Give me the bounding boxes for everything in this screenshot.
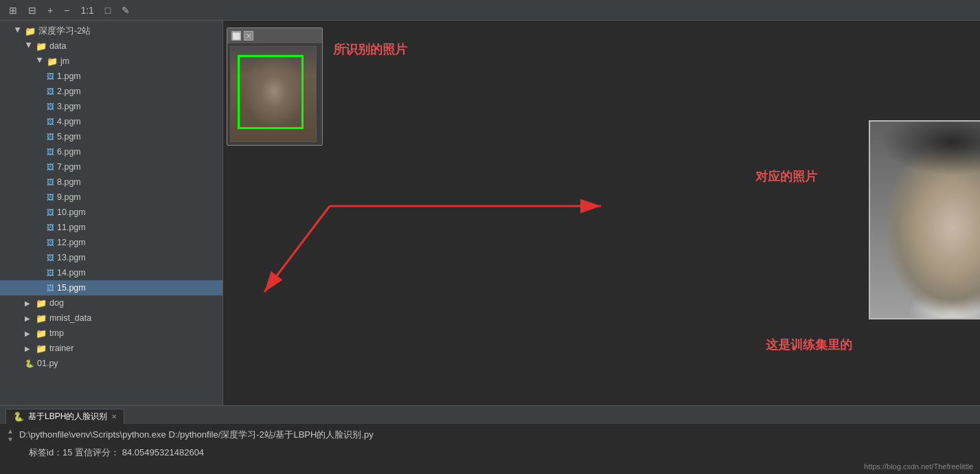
folder-icon: 📁 <box>36 343 47 354</box>
main-content: ▶ 📁 深度学习-2站 ▶ 📁 data ▶ 📁 jm 🖼 1.pgm 🖼 2.… <box>0 21 980 405</box>
python-icon: 🐍 <box>13 411 24 422</box>
toolbar-btn-pen[interactable]: ✎ <box>118 3 133 17</box>
cmd-line-1: ▲ ▼ D:\pythonfile\venv\Scripts\python.ex… <box>7 428 973 443</box>
sidebar-item-label: 1.pgm <box>57 71 81 81</box>
tab-face-recognition[interactable]: 🐍 基于LBPH的人脸识别 ✕ <box>5 409 124 424</box>
file-icon: 🖼 <box>47 87 54 95</box>
bottom-panel: 🐍 基于LBPH的人脸识别 ✕ ▲ ▼ D:\pythonfile\venv\S… <box>0 405 980 474</box>
sidebar-item-label: 14.pgm <box>57 268 86 278</box>
sidebar-item-7pgm[interactable]: 🖼 7.pgm <box>0 159 223 174</box>
cmd-line-2: 标签id：15 置信评分： 84.05495321482604 <box>7 446 973 460</box>
sidebar-item-data[interactable]: ▶ 📁 data <box>0 38 223 54</box>
folder-icon: 📁 <box>25 26 36 36</box>
sidebar-item-11pgm[interactable]: 🖼 11.pgm <box>0 220 223 235</box>
folder-icon: 📁 <box>36 41 47 52</box>
arrow-icon: ▶ <box>25 345 33 352</box>
sidebar-item-label: tmp <box>49 328 64 338</box>
sidebar-item-10pgm[interactable]: 🖼 10.pgm <box>0 205 223 220</box>
file-icon: 🖼 <box>47 193 54 201</box>
toolbar: ⊞ ⊟ + − 1:1 □ ✎ <box>0 0 980 21</box>
toolbar-btn-ratio[interactable]: 1:1 <box>77 3 97 17</box>
arrows-svg <box>223 21 980 405</box>
file-icon: 🖼 <box>47 72 54 80</box>
toolbar-btn-window[interactable]: □ <box>102 3 114 17</box>
sidebar-item-9pgm[interactable]: 🖼 9.pgm <box>0 190 223 205</box>
sidebar-item-tmp[interactable]: ▶ 📁 tmp <box>0 326 223 341</box>
arrow-icon: ▶ <box>36 57 44 65</box>
sidebar-item-5pgm[interactable]: 🖼 5.pgm <box>0 129 223 144</box>
bottom-tabs: 🐍 基于LBPH的人脸识别 ✕ <box>0 406 980 424</box>
cmd-down-btn[interactable]: ▼ <box>7 436 14 443</box>
tab-label: 基于LBPH的人脸识别 <box>28 411 107 422</box>
sidebar-item-mnist[interactable]: ▶ 📁 mnist_data <box>0 311 223 326</box>
sidebar-item-14pgm[interactable]: 🖼 14.pgm <box>0 265 223 280</box>
file-icon: 🖼 <box>47 102 54 111</box>
sidebar-item-label: 4.pgm <box>57 117 81 126</box>
toolbar-btn-minus[interactable]: − <box>60 3 73 17</box>
titlebar-restore-btn[interactable]: ⬜ <box>231 31 241 41</box>
bottom-url: https://blog.csdn.net/Thefreelittle <box>7 462 973 471</box>
face-popup-window: ⬜ ✕ <box>227 27 323 146</box>
file-icon: 🖼 <box>47 223 54 232</box>
tab-close-btn[interactable]: ✕ <box>111 413 117 420</box>
sidebar-item-label: data <box>49 41 66 51</box>
sidebar-item-label: 3.pgm <box>57 102 81 111</box>
titlebar-close-btn[interactable]: ✕ <box>244 31 253 41</box>
folder-icon: 📁 <box>36 313 47 324</box>
bottom-content: ▲ ▼ D:\pythonfile\venv\Scripts\python.ex… <box>0 424 980 474</box>
sidebar-item-label: dog <box>49 298 64 308</box>
face-detection-rectangle <box>238 55 304 129</box>
sidebar-item-label: 12.pgm <box>57 238 86 247</box>
face-popup-body <box>227 43 322 145</box>
sidebar-item-trainer[interactable]: ▶ 📁 trainer <box>0 341 223 356</box>
face-popup-titlebar: ⬜ ✕ <box>227 28 322 43</box>
sidebar-item-label: 2.pgm <box>57 87 81 96</box>
sidebar-item-2pgm[interactable]: 🖼 2.pgm <box>0 84 223 99</box>
sidebar-item-label: 13.pgm <box>57 253 86 262</box>
sidebar-item-label: 10.pgm <box>57 207 86 217</box>
titlebar-buttons: ⬜ ✕ <box>231 31 253 41</box>
file-icon: 🖼 <box>47 238 54 247</box>
sidebar-item-label: jm <box>60 56 69 66</box>
sidebar-item-label: 8.pgm <box>57 177 81 187</box>
cmd-text-line2: 标签id：15 置信评分： 84.05495321482604 <box>29 446 973 460</box>
arrow-icon: ▶ <box>25 300 33 307</box>
cmd-up-btn[interactable]: ▲ <box>7 428 14 435</box>
folder-icon: 📁 <box>36 298 47 308</box>
cmd-text-line1: D:\pythonfile\venv\Scripts\python.exe D:… <box>19 428 973 442</box>
sidebar-item-label: mnist_data <box>49 313 91 323</box>
file-icon: 🖼 <box>47 178 54 186</box>
sidebar-item-6pgm[interactable]: 🖼 6.pgm <box>0 144 223 159</box>
large-face-image <box>869 120 980 319</box>
sidebar-item-root[interactable]: ▶ 📁 深度学习-2站 <box>0 23 223 38</box>
sidebar-item-01py[interactable]: 🐍 01.py <box>0 356 223 371</box>
sidebar-item-label: 11.pgm <box>57 223 86 232</box>
sidebar-item-label: 深度学习-2站 <box>38 25 91 37</box>
file-icon: 🐍 <box>25 359 34 368</box>
sidebar-item-15pgm[interactable]: 🖼 15.pgm <box>0 280 223 295</box>
toolbar-btn-plus[interactable]: + <box>44 3 56 17</box>
svg-line-3 <box>264 206 330 292</box>
sidebar-item-13pgm[interactable]: 🖼 13.pgm <box>0 250 223 265</box>
face-detected-image <box>230 46 317 142</box>
sidebar: ▶ 📁 深度学习-2站 ▶ 📁 data ▶ 📁 jm 🖼 1.pgm 🖼 2.… <box>0 21 223 405</box>
toolbar-btn-table[interactable]: ⊟ <box>25 3 40 17</box>
file-icon: 🖼 <box>47 133 54 141</box>
sidebar-item-4pgm[interactable]: 🖼 4.pgm <box>0 114 223 129</box>
sidebar-item-1pgm[interactable]: 🖼 1.pgm <box>0 69 223 84</box>
sidebar-item-dog[interactable]: ▶ 📁 dog <box>0 295 223 311</box>
sidebar-item-label: 01.py <box>37 359 58 368</box>
sidebar-item-8pgm[interactable]: 🖼 8.pgm <box>0 174 223 190</box>
toolbar-btn-grid[interactable]: ⊞ <box>5 3 21 17</box>
sidebar-item-label: 9.pgm <box>57 192 81 202</box>
arrow-icon: ▶ <box>25 315 33 322</box>
file-icon: 🖼 <box>47 117 54 126</box>
sidebar-item-label: 5.pgm <box>57 132 81 142</box>
folder-icon: 📁 <box>36 328 47 339</box>
file-icon: 🖼 <box>47 284 54 292</box>
sidebar-item-jm[interactable]: ▶ 📁 jm <box>0 54 223 69</box>
sidebar-item-3pgm[interactable]: 🖼 3.pgm <box>0 99 223 114</box>
sidebar-item-12pgm[interactable]: 🖼 12.pgm <box>0 235 223 250</box>
folder-icon: 📁 <box>47 56 58 67</box>
sidebar-item-label: 7.pgm <box>57 162 81 172</box>
